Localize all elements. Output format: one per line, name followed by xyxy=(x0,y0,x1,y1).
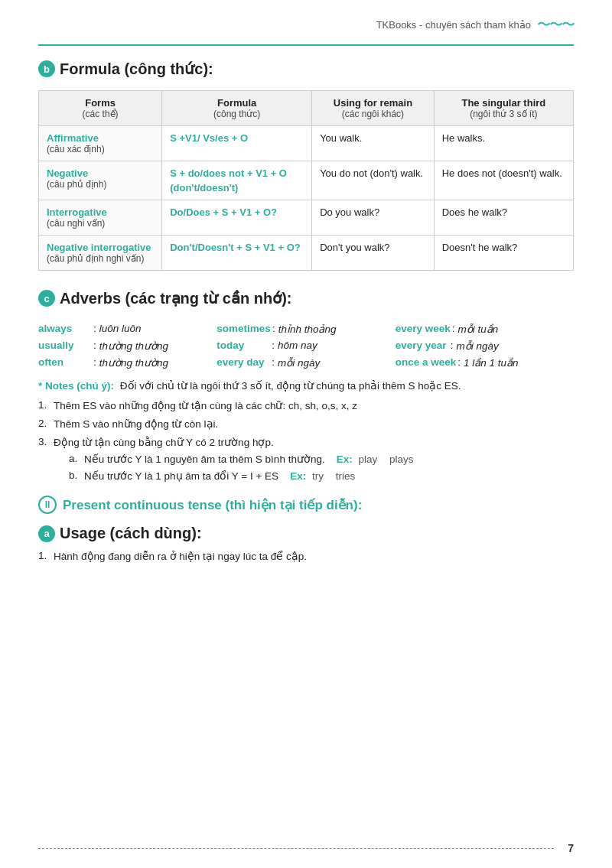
adverb-item: once a week:1 lần 1 tuần xyxy=(396,355,574,370)
ex-word: try xyxy=(312,470,324,482)
third-cell: Does he walk? xyxy=(434,200,573,236)
form-cell: Negative interrogative(câu phủ định nghi… xyxy=(39,236,162,271)
header-text: TKBooks - chuyên sách tham khảo xyxy=(376,19,531,31)
notes-text: Đối với chủ từ là ngôi thứ 3 số ít, động… xyxy=(120,380,461,392)
formula-table: Forms (các thể) Formula (công thức) Usin… xyxy=(38,90,574,271)
adverb-item: every day:mỗi ngày xyxy=(216,355,395,370)
col-forms: Forms (các thể) xyxy=(39,91,162,126)
formula-cell: Don't/Doesn't + S + V1 + O? xyxy=(162,236,312,271)
note-item: 1.Thêm ES vào những động từ tận cùng là … xyxy=(38,399,574,411)
adverb-item: every week:mỗi tuần xyxy=(396,321,574,336)
sub-item: a. Nếu trước Y là 1 nguyên âm ta thêm S … xyxy=(69,453,574,465)
note-item: 2.Thêm S vào những động từ còn lại. xyxy=(38,418,574,430)
col-remain: Using for remain (các ngôi khác) xyxy=(312,91,435,126)
section-a-title: Usage (cách dùng): xyxy=(60,525,202,542)
adverb-word: always xyxy=(38,323,92,334)
usage-items: 1.Hành động đang diễn ra ở hiện tại ngay… xyxy=(38,550,574,562)
notes-list: 1.Thêm ES vào những động từ tận cùng là … xyxy=(38,399,574,482)
remain-cell: You do not (don't) walk. xyxy=(312,161,435,200)
section-b-heading: b Formula (công thức): xyxy=(38,60,574,78)
section-ii-title: Present continuous tense (thì hiện tại t… xyxy=(63,497,362,513)
third-cell: Doesn't he walk? xyxy=(434,236,573,271)
form-cell: Negative(câu phủ định) xyxy=(39,161,162,200)
section-ii-heading: II Present continuous tense (thì hiện tạ… xyxy=(38,496,574,514)
notes-section: * Notes (chú ý): Đối với chủ từ là ngôi … xyxy=(38,379,574,482)
third-cell: He does not (doesn't) walk. xyxy=(434,161,573,200)
table-row: Negative(câu phủ định)S + do/does not + … xyxy=(39,161,574,200)
notes-title: * Notes (chú ý): xyxy=(38,380,114,392)
adverb-meaning: thường thường xyxy=(99,340,168,352)
adverb-word: every year xyxy=(396,340,449,351)
sub-list: a. Nếu trước Y là 1 nguyên âm ta thêm S … xyxy=(54,453,574,482)
adverb-item: every year:mỗi ngày xyxy=(396,338,574,353)
section-c-label: c xyxy=(38,290,55,307)
footer-line xyxy=(38,848,554,849)
ex-label: Ex: xyxy=(290,470,306,482)
ex-label: Ex: xyxy=(337,454,353,465)
adverb-item: always:luôn luôn xyxy=(38,321,216,336)
table-header-row: Forms (các thể) Formula (công thức) Usin… xyxy=(39,91,574,126)
section-c-title: Adverbs (các trạng từ cần nhớ): xyxy=(60,289,291,307)
usage-item: 1.Hành động đang diễn ra ở hiện tại ngay… xyxy=(38,550,574,562)
ex-result: plays xyxy=(389,454,414,465)
header: TKBooks - chuyên sách tham khảo 〜〜〜 xyxy=(38,15,574,38)
footer: 7 xyxy=(0,842,612,854)
table-row: Affirmative(câu xác định)S +V1/ Vs/es + … xyxy=(39,126,574,161)
remain-cell: You walk. xyxy=(312,126,435,161)
ex-word: play xyxy=(358,454,377,465)
page: TKBooks - chuyên sách tham khảo 〜〜〜 b Fo… xyxy=(0,0,612,868)
ex-result: tries xyxy=(336,470,356,482)
header-wave: 〜〜〜 xyxy=(537,15,574,34)
adverb-word: usually xyxy=(38,340,92,351)
adverb-meaning: hôm nay xyxy=(278,340,317,351)
adverb-item: sometimes:thỉnh thoảng xyxy=(216,321,395,336)
notes-intro: * Notes (chú ý): Đối với chủ từ là ngôi … xyxy=(38,379,574,392)
remain-cell: Do you walk? xyxy=(312,200,435,236)
adverb-meaning: thường thường xyxy=(99,356,168,369)
adverb-word: every week xyxy=(396,323,451,334)
adverb-word: sometimes xyxy=(216,323,271,334)
third-cell: He walks. xyxy=(434,126,573,161)
form-cell: Affirmative(câu xác định) xyxy=(39,126,162,161)
section-a-heading: a Usage (cách dùng): xyxy=(38,525,574,542)
adverb-meaning: mỗi tuần xyxy=(457,323,498,335)
section-a-label: a xyxy=(38,525,55,542)
adverb-item: today:hôm nay xyxy=(216,338,395,353)
adverb-meaning: 1 lần 1 tuần xyxy=(464,356,519,369)
adverb-word: every day xyxy=(216,356,270,368)
sub-item: b. Nếu trước Y là 1 phụ âm ta đổi Y = I … xyxy=(69,470,574,482)
adverb-item: often:thường thường xyxy=(38,355,216,370)
table-row: Negative interrogative(câu phủ định nghi… xyxy=(39,236,574,271)
form-cell: Interrogative(câu nghi vấn) xyxy=(39,200,162,236)
page-number: 7 xyxy=(568,842,574,854)
adverb-word: often xyxy=(38,356,92,368)
formula-cell: S +V1/ Vs/es + O xyxy=(162,126,312,161)
col-formula: Formula (công thức) xyxy=(162,91,312,126)
col-third: The singular third (ngôi thứ 3 số ít) xyxy=(434,91,573,126)
section-b-title: Formula (công thức): xyxy=(60,60,213,78)
adverb-meaning: mỗi ngày xyxy=(278,356,320,369)
section-ii-label: II xyxy=(38,496,57,514)
adverb-meaning: luôn luôn xyxy=(99,323,142,334)
header-divider xyxy=(38,44,574,46)
adverb-item: usually:thường thường xyxy=(38,338,216,353)
usage-list: 1.Hành động đang diễn ra ở hiện tại ngay… xyxy=(38,550,574,562)
formula-cell: Do/Does + S + V1 + O? xyxy=(162,200,312,236)
adverbs-grid: always:luôn luônsometimes:thỉnh thoảngev… xyxy=(38,321,574,370)
section-a: a Usage (cách dùng): 1.Hành động đang di… xyxy=(38,525,574,562)
section-b-label: b xyxy=(38,60,55,77)
adverb-word: today xyxy=(216,340,270,351)
table-row: Interrogative(câu nghi vấn)Do/Does + S +… xyxy=(39,200,574,236)
adverb-meaning: mỗi ngày xyxy=(456,340,498,352)
remain-cell: Don't you walk? xyxy=(312,236,435,271)
note-item: 3.Động từ tận cùng bằng chữ Y có 2 trườn… xyxy=(38,436,574,482)
section-c-heading: c Adverbs (các trạng từ cần nhớ): xyxy=(38,289,574,307)
formula-cell: S + do/does not + V1 + O(don't/doesn't) xyxy=(162,161,312,200)
adverb-meaning: thỉnh thoảng xyxy=(278,323,337,335)
adverb-word: once a week xyxy=(396,356,457,368)
